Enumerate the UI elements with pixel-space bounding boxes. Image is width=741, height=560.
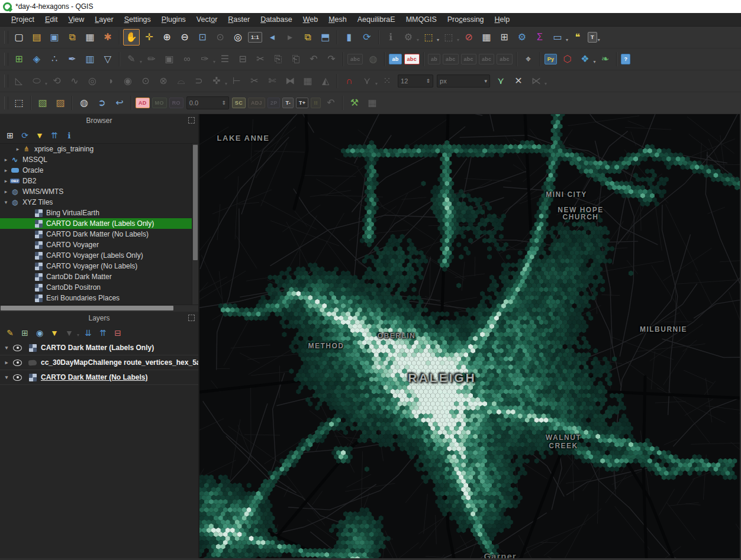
label-t-minus-button[interactable]: T- xyxy=(282,98,294,108)
expander-icon[interactable]: ▸ xyxy=(2,189,9,195)
rotate-feature-button[interactable]: ⟲ xyxy=(49,73,65,89)
dropdown-arrow-icon[interactable]: ▾ xyxy=(140,59,142,64)
expander-icon[interactable]: ▸ xyxy=(2,178,9,184)
browser-horizontal-scrollbar[interactable] xyxy=(0,305,198,312)
quickmapservices-button[interactable]: ❧ xyxy=(597,51,613,67)
spin-arrows-icon[interactable]: ⇕ xyxy=(426,78,431,84)
toolbar-drag-handle[interactable] xyxy=(4,75,8,88)
run-feature-action-button[interactable]: ⚙ xyxy=(400,29,417,46)
snap-units-combo[interactable]: px▾ xyxy=(437,75,490,88)
pin-labels-button[interactable]: ab xyxy=(428,54,440,64)
toolbar-drag-handle[interactable] xyxy=(4,53,8,66)
osm-place-search-button[interactable]: ⌖ xyxy=(520,51,537,67)
change-label-button[interactable]: abc xyxy=(497,54,512,64)
label-t-plus-button[interactable]: T+ xyxy=(296,98,308,108)
rotate-label-button[interactable]: abc xyxy=(479,54,494,64)
dropdown-arrow-icon[interactable]: ▾ xyxy=(598,37,600,43)
new-3d-map-view-button[interactable]: ⬒ xyxy=(317,29,334,46)
globe-view-button[interactable]: ◍ xyxy=(76,95,92,111)
advanced-digitizing-button[interactable]: ✑ xyxy=(196,51,213,67)
menu-plugins[interactable]: Plugins xyxy=(156,14,191,25)
layer-item-carto-dark-matter-no-labels[interactable]: ▾CARTO Dark Matter (No Labels) xyxy=(0,370,198,385)
rotate-point-symbols-button[interactable]: ◭ xyxy=(317,73,334,89)
georeferencer-button[interactable]: ▦ xyxy=(364,95,381,111)
browser-item-mssql[interactable]: ▸∿MSSQL xyxy=(0,154,192,165)
label-ro-button[interactable]: RO xyxy=(169,98,183,108)
browser-properties-button[interactable]: ℹ xyxy=(63,129,76,142)
spin-arrows-icon[interactable]: ⇕ xyxy=(221,100,226,106)
manage-map-themes-button[interactable]: ◉ xyxy=(33,326,46,339)
layer-diagram-button[interactable]: ◍ xyxy=(365,51,381,67)
dropdown-arrow-icon[interactable]: ▾ xyxy=(545,81,547,86)
toolbar-drag-handle[interactable] xyxy=(4,31,8,44)
avoid-intersections-button[interactable]: ⋉ xyxy=(528,73,545,89)
dropdown-arrow-icon[interactable]: ▾ xyxy=(437,37,439,43)
processing-history-button[interactable]: ⚒ xyxy=(346,95,363,111)
digitize-with-segment-button[interactable]: ∞ xyxy=(179,51,195,67)
delete-part-button[interactable]: ⊗ xyxy=(155,73,172,89)
offset-curve-button[interactable]: ⊃ xyxy=(191,73,207,89)
zoom-next-button[interactable]: ▸ xyxy=(282,29,298,46)
zoom-last-button[interactable]: ◂ xyxy=(264,29,281,46)
browser-panel-float-icon[interactable] xyxy=(188,117,195,124)
browser-collapse-all-button[interactable]: ⇈ xyxy=(48,129,61,142)
menu-edit[interactable]: Edit xyxy=(40,14,63,25)
map-canvas[interactable]: LAKE ANNEMINI CITYNEW HOPECHURCHOBERLINM… xyxy=(199,114,740,558)
new-geopackage-layer-button[interactable]: ◈ xyxy=(28,51,45,67)
show-statistics-button[interactable]: Σ xyxy=(531,29,548,46)
menu-web[interactable]: Web xyxy=(298,14,323,25)
select-features-button[interactable]: ⬚ xyxy=(420,29,437,46)
menu-layer[interactable]: Layer xyxy=(89,14,118,25)
pan-map-button[interactable]: ✋ xyxy=(123,29,140,46)
layer-item-cc-30daymapchallenge-route-vertices-hex-[interactable]: ▸cc_30DayMapChallenge route_vertices_hex… xyxy=(0,355,198,370)
expander-icon[interactable]: ▸ xyxy=(2,360,11,365)
new-spatial-bookmark-button[interactable]: ▮ xyxy=(341,29,357,46)
pan-to-selection-button[interactable]: ✛ xyxy=(141,29,157,46)
zoom-to-selection-button[interactable]: ⊙ xyxy=(212,29,228,46)
browser-item-carto-dark-matter-labels-only[interactable]: CARTO Dark Matter (Labels Only) xyxy=(0,218,192,229)
browser-item-esri-boundaries-places[interactable]: Esri Boundaries Places xyxy=(0,293,192,303)
expander-icon[interactable]: ▾ xyxy=(2,199,9,205)
label-sc-button[interactable]: SC xyxy=(232,98,246,108)
open-attribute-table-button[interactable]: ▦ xyxy=(478,29,495,46)
merge-attributes-button[interactable]: ▦ xyxy=(299,73,316,89)
mmqgis-button[interactable]: ⬡ xyxy=(559,51,575,67)
expand-all-button[interactable]: ⇊ xyxy=(82,326,95,339)
labeling-options-button[interactable]: abc xyxy=(347,54,363,64)
select-region-button[interactable]: ⬚ xyxy=(11,95,27,111)
select-by-form-button[interactable]: ⬚ xyxy=(440,29,457,46)
redo-button[interactable]: ↷ xyxy=(323,51,340,67)
statistical-summary-button[interactable]: ⊞ xyxy=(496,29,513,46)
expander-icon[interactable]: ▸ xyxy=(2,167,9,173)
data-source-manager-button[interactable]: ⊞ xyxy=(11,51,27,67)
menu-mmqgis[interactable]: MMQGIS xyxy=(401,14,442,25)
add-group-button[interactable]: ⊞ xyxy=(18,326,31,339)
combo-arrow-icon[interactable]: ▾ xyxy=(485,78,488,84)
menu-help[interactable]: Help xyxy=(489,14,516,25)
menu-view[interactable]: View xyxy=(63,14,89,25)
dropdown-arrow-icon[interactable]: ▾ xyxy=(375,81,378,86)
filter-legend-button[interactable]: ▼ xyxy=(48,326,61,339)
new-shapefile-layer-button[interactable]: ∴ xyxy=(46,51,63,67)
layer-visibility-eye-icon[interactable] xyxy=(13,345,22,351)
menu-database[interactable]: Database xyxy=(255,14,298,25)
layout-manager-button[interactable]: ▦ xyxy=(82,29,98,46)
multiedit-attributes-button[interactable]: ☰ xyxy=(217,51,233,67)
label-2p-button[interactable]: 2P xyxy=(268,98,281,108)
browser-item-carto-dark-matter-no-labels[interactable]: CARTO Dark Matter (No Labels) xyxy=(0,229,192,239)
label-rotation-spinbox[interactable]: 0.0⇕ xyxy=(186,96,229,109)
refresh-map-button[interactable]: ⟳ xyxy=(359,29,375,46)
save-layer-edits-button[interactable]: ▣ xyxy=(161,51,178,67)
toolbar-drag-handle[interactable] xyxy=(4,96,8,109)
dropdown-arrow-icon[interactable]: ▾ xyxy=(457,37,459,43)
delete-ring-button[interactable]: ⊙ xyxy=(137,73,154,89)
expander-icon[interactable]: ▾ xyxy=(2,374,11,380)
aequilibrae-button[interactable]: ❖ xyxy=(576,51,593,67)
map-tips-button[interactable]: ❝ xyxy=(569,29,586,46)
current-edits-button[interactable]: ✎ xyxy=(123,51,140,67)
move-label-button[interactable]: abc xyxy=(461,54,476,64)
menu-settings[interactable]: Settings xyxy=(119,14,156,25)
globe-prev-button[interactable]: ↩ xyxy=(111,95,128,111)
browser-item-xprise-gis-training[interactable]: ▸⋔xprise_gis_training xyxy=(0,144,192,154)
layer-visibility-eye-icon[interactable] xyxy=(13,360,22,366)
